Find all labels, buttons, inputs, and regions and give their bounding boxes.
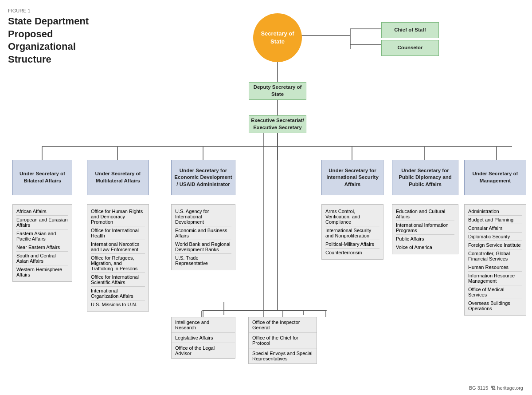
bg-number: BG 3115 <box>469 385 488 391</box>
us-intl-security-label: Under Secretary for International Securi… <box>325 167 380 188</box>
counselor-label: Counselor <box>398 44 423 51</box>
public-diplomacy-item: Public Affairs <box>396 235 454 243</box>
management-item: Diplomatic Security <box>468 233 522 241</box>
economic-item: World Bank and Regional Development Bank… <box>175 240 231 254</box>
us-public-diplomacy-node: Under Secretary for Public Diplomacy and… <box>392 160 458 195</box>
multilateral-item: International Narcotics and Law Enforcem… <box>91 240 145 254</box>
bilateral-item: European and Eurasian Affairs <box>16 216 68 229</box>
bilateral-item: Eastern Asian and Pacific Affairs <box>16 229 68 243</box>
bottom-right-item: Special Envoys and Special Representativ… <box>249 348 317 363</box>
page-title: State Department Proposed Organizational… <box>8 15 119 66</box>
us-economic-node: Under Secretary for Economic Development… <box>171 160 235 195</box>
management-item: Overseas Buildings Operations <box>468 299 522 312</box>
secretary-node: Secretary of State <box>253 13 302 62</box>
public-diplomacy-item: Education and Cultural Affairs <box>396 207 454 221</box>
management-item: Consular Affairs <box>468 224 522 233</box>
economic-item: U.S. Agency for International Developmen… <box>175 207 231 226</box>
us-intl-security-node: Under Secretary for International Securi… <box>321 160 383 195</box>
bottom-left-item: Intelligence and Research <box>172 317 235 333</box>
bilateral-item: Near Eastern Affairs <box>16 243 68 252</box>
us-multilateral-node: Under Secretary of Multilateral Affairs <box>87 160 149 195</box>
us-multilateral-label: Under Secretary of Multilateral Affairs <box>90 170 146 184</box>
us-public-diplomacy-label: Under Secretary for Public Diplomacy and… <box>395 167 455 188</box>
multilateral-item: Office for International Health <box>91 226 145 240</box>
multilateral-item: Office for International Scientific Affa… <box>91 273 145 287</box>
exec-sec-node: Executive Secretariat/ Executive Secreta… <box>249 115 306 133</box>
bilateral-list: African Affairs European and Eurasian Af… <box>12 204 72 282</box>
deputy-node: Deputy Secretary of State <box>249 82 306 100</box>
economic-list: U.S. Agency for International Developmen… <box>171 204 235 270</box>
chief-of-staff-label: Chief of Staff <box>394 27 426 34</box>
counselor-node: Counselor <box>381 40 439 56</box>
bottom-right-item: Office of the Chief for Protocol <box>249 333 317 348</box>
multilateral-item: Office for Refugees, Migration, and Traf… <box>91 254 145 273</box>
secretary-label: Secretary of State <box>253 30 302 45</box>
public-diplomacy-item: International Information Programs <box>396 221 454 235</box>
intl-security-item: International Security and Nonproliferat… <box>325 226 379 240</box>
source-label: heritage.org <box>497 385 523 391</box>
management-item: Human Resources <box>468 263 522 272</box>
multilateral-item: U.S. Missions to U.N. <box>91 300 145 308</box>
exec-sec-label: Executive Secretariat/ Executive Secreta… <box>251 117 304 131</box>
bottom-left-item: Legislative Affairs <box>172 333 235 343</box>
intl-security-item: Counterterrorism <box>325 249 379 257</box>
multilateral-list: Office for Human Rights and Democracy Pr… <box>87 204 149 312</box>
us-bilateral-label: Under Secretary of Bilateral Affairs <box>16 170 69 184</box>
bottom-left-list: Intelligence and Research Legislative Af… <box>171 317 235 359</box>
deputy-label: Deputy Secretary of State <box>251 84 304 98</box>
chief-of-staff-node: Chief of Staff <box>381 22 439 38</box>
us-bilateral-node: Under Secretary of Bilateral Affairs <box>12 160 72 195</box>
us-management-node: Under Secretary of Management <box>464 160 526 195</box>
bottom-right-list: Office of the Inspector General Office o… <box>248 317 317 364</box>
management-item: Foreign Service Institute <box>468 241 522 249</box>
economic-item: U.S. Trade Representative <box>175 254 231 267</box>
intl-security-list: Arms Control, Verification, and Complian… <box>321 204 383 260</box>
bilateral-item: African Affairs <box>16 207 68 216</box>
management-item: Office of Medical Services <box>468 285 522 299</box>
footer: BG 3115 🏗 heritage.org <box>469 385 523 391</box>
multilateral-item: International Organization Affairs <box>91 287 145 300</box>
us-management-label: Under Secretary of Management <box>467 170 523 184</box>
economic-item: Economic and Business Affairs <box>175 226 231 240</box>
us-economic-label: Under Secretary for Economic Development… <box>174 167 232 188</box>
bilateral-item: South and Central Asian Affairs <box>16 252 68 265</box>
management-item: Budget and Planning <box>468 216 522 224</box>
management-item: Information Resource Management <box>468 272 522 285</box>
intl-security-item: Political-Military Affairs <box>325 240 379 249</box>
management-item: Comptroller, Global Financial Services <box>468 249 522 263</box>
bottom-left-item: Office of the Legal Advisor <box>172 343 235 358</box>
public-diplomacy-item: Voice of America <box>396 243 454 251</box>
multilateral-item: Office for Human Rights and Democracy Pr… <box>91 207 145 226</box>
public-diplomacy-list: Education and Cultural Affairs Internati… <box>392 204 458 254</box>
management-item: Administration <box>468 207 522 216</box>
bottom-right-item: Office of the Inspector General <box>249 317 317 333</box>
management-list: Administration Budget and Planning Consu… <box>464 204 526 316</box>
intl-security-item: Arms Control, Verification, and Complian… <box>325 207 379 226</box>
bilateral-item: Western Hemisphere Affairs <box>16 265 68 279</box>
figure-label: FIGURE 1 <box>8 8 119 13</box>
